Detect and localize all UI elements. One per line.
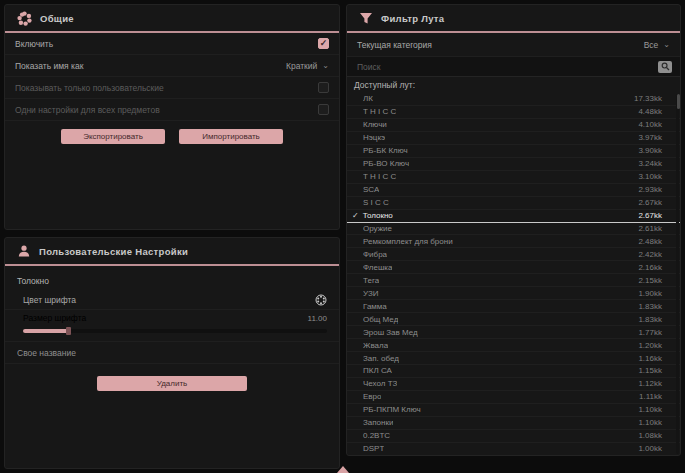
item-value: 2.48kk [638, 237, 662, 246]
item-name: S I C C [363, 198, 389, 207]
item-value: 3.97kk [638, 133, 662, 142]
list-item[interactable]: ✓Толокно2.67kk [347, 210, 680, 223]
list-item[interactable]: ЛК17.33kk [347, 93, 680, 106]
export-import-row: Экспортировать Импортировать [5, 129, 339, 144]
panel-loot-filter-header: Фильтр Лута [347, 5, 680, 31]
list-item[interactable]: Флешка2.16kk [347, 261, 680, 274]
scroll-down-indicator[interactable] [337, 466, 349, 473]
list-item[interactable]: Оружие2.61kk [347, 223, 680, 236]
item-value: 1.10kk [638, 405, 662, 414]
font-size-slider[interactable] [23, 327, 327, 335]
item-name: Чехол ТЗ [363, 379, 397, 388]
font-size-block: Размер шрифта 11.00 [5, 310, 339, 342]
list-item[interactable]: T H I C C4.48kk [347, 106, 680, 119]
same-for-all-checkbox[interactable] [318, 104, 329, 115]
list-item[interactable]: T H I C C3.10kk [347, 171, 680, 184]
slider-thumb[interactable] [66, 327, 71, 335]
import-button[interactable]: Импортировать [179, 129, 283, 144]
item-name: РБ-ПКПМ Ключ [363, 405, 421, 414]
list-item[interactable]: Фибра2.42kk [347, 248, 680, 261]
list-item[interactable]: DSPT1.00kk [347, 443, 680, 456]
list-item[interactable]: УЗИ1.90kk [347, 287, 680, 300]
item-name: ПКЛ СА [363, 366, 392, 375]
font-size-label: Размер шрифта [23, 313, 86, 323]
selected-item-name: Толокно [5, 272, 339, 290]
list-item[interactable]: S I C C2.67kk [347, 197, 680, 210]
user-settings-body: Толокно Цвет шрифта [5, 266, 339, 391]
only-custom-label: Показывать только пользовательские [15, 83, 164, 93]
list-item[interactable]: Запонки1.10kk [347, 417, 680, 430]
only-custom-checkbox[interactable] [318, 82, 329, 93]
panel-loot-filter-title: Фильтр Лута [381, 13, 444, 24]
item-name: Евро [363, 392, 381, 401]
item-value: 1.20kk [638, 341, 662, 350]
list-item[interactable]: Тега2.15kk [347, 274, 680, 287]
list-item[interactable]: Ключи4.10kk [347, 119, 680, 132]
list-item[interactable]: 0.2BTC1.08kk [347, 430, 680, 443]
panel-user-settings: Пользовательские Настройки Толокно Цвет … [4, 237, 340, 469]
search-input[interactable] [357, 62, 658, 72]
item-value: 2.93kk [638, 185, 662, 194]
list-item[interactable]: РБ-ПКПМ Ключ1.10kk [347, 404, 680, 417]
enable-checkbox[interactable]: ✓ [318, 38, 329, 49]
panel-user-settings-title: Пользовательские Настройки [39, 246, 188, 257]
user-icon [17, 244, 31, 258]
search-icon[interactable] [658, 61, 672, 73]
item-value: 1.83kk [638, 315, 662, 324]
show-name-label: Показать имя как [15, 61, 83, 71]
list-item[interactable]: Гамма1.83kk [347, 300, 680, 313]
setting-only-custom-row: Показывать только пользовательские [5, 77, 339, 99]
custom-name-row [5, 342, 339, 364]
item-value: 1.08kk [638, 431, 662, 440]
show-name-select[interactable]: Краткий ⌄ [286, 61, 329, 71]
list-scrollbar-thumb[interactable] [677, 94, 680, 109]
list-item[interactable]: SCA2.93kk [347, 184, 680, 197]
item-name: Зап. обед [363, 354, 399, 363]
list-item[interactable]: Чехол ТЗ1.12kk [347, 378, 680, 391]
list-item[interactable]: Зап. обед1.16kk [347, 352, 680, 365]
list-item[interactable]: РБ-ВО Ключ3.24kk [347, 158, 680, 171]
item-name: DSPT [363, 444, 384, 453]
item-value: 1.16kk [638, 354, 662, 363]
item-name: T H I C C [363, 107, 396, 116]
export-button[interactable]: Экспортировать [61, 129, 165, 144]
show-name-value: Краткий [286, 61, 317, 71]
category-row: Текущая категория Все ⌄ [347, 33, 680, 57]
gear-flower-icon [17, 11, 32, 26]
item-value: 1.12kk [638, 379, 662, 388]
list-item[interactable]: ПКЛ СА1.15kk [347, 365, 680, 378]
right-column: Фильтр Лута Текущая категория Все ⌄ [346, 4, 681, 469]
custom-name-input[interactable] [17, 348, 327, 358]
setting-show-name-row: Показать имя как Краткий ⌄ [5, 55, 339, 77]
list-item[interactable]: Ремкомплект для брони2.48kk [347, 235, 680, 248]
item-name: ✓Толокно [352, 211, 393, 220]
item-name: Нэцкэ [363, 133, 385, 142]
item-value: 3.10kk [638, 172, 662, 181]
delete-button[interactable]: Удалить [97, 376, 247, 391]
setting-same-for-all-row: Одни настройки для всех предметов [5, 99, 339, 121]
enable-label: Включить [15, 39, 53, 49]
category-select[interactable]: Все ⌄ [644, 40, 670, 50]
list-item[interactable]: Нэцкэ3.97kk [347, 132, 680, 145]
item-value: 3.24kk [638, 159, 662, 168]
font-color-label: Цвет шрифта [23, 295, 76, 305]
item-value: 2.16kk [638, 263, 662, 272]
panel-general-title: Общие [40, 13, 74, 24]
list-item[interactable]: Жвала1.20kk [347, 339, 680, 352]
search-row [347, 57, 680, 77]
same-for-all-label: Одни настройки для всех предметов [15, 105, 160, 115]
list-item[interactable]: Общ Мед1.83kk [347, 313, 680, 326]
item-name: Общ Мед [363, 315, 398, 324]
list-item[interactable]: Эрош Зав Мед1.77kk [347, 326, 680, 339]
color-wheel-icon[interactable] [315, 294, 327, 306]
item-name: T H I C C [363, 172, 396, 181]
list-item[interactable]: Евро1.11kk [347, 391, 680, 404]
item-value: 2.42kk [638, 250, 662, 259]
list-item[interactable]: РБ-БК Ключ3.90kk [347, 145, 680, 158]
chevron-down-icon: ⌄ [322, 61, 329, 70]
item-name: Фибра [363, 250, 387, 259]
item-name: Запонки [363, 418, 393, 427]
list-scrollbar-track[interactable] [676, 94, 679, 454]
item-value: 1.83kk [638, 302, 662, 311]
loot-list: ЛК17.33kkT H I C C4.48kkКлючи4.10kkНэцкэ… [347, 93, 680, 456]
